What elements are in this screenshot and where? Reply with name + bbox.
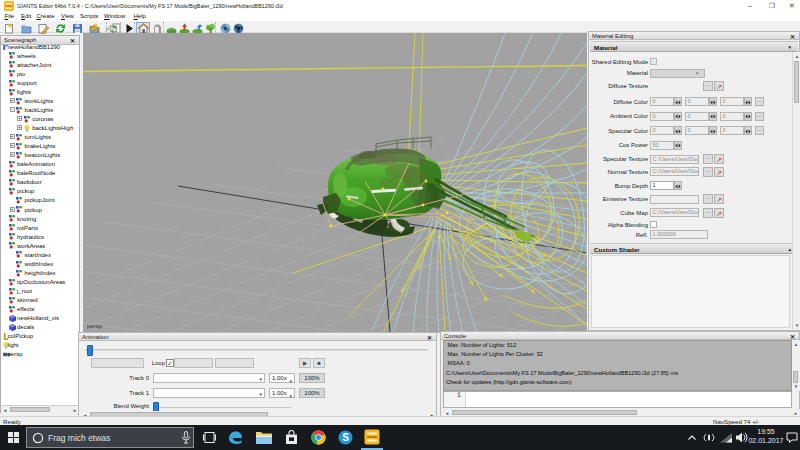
svg-text:S: S (342, 432, 349, 443)
svg-text:persp: persp (87, 323, 103, 329)
